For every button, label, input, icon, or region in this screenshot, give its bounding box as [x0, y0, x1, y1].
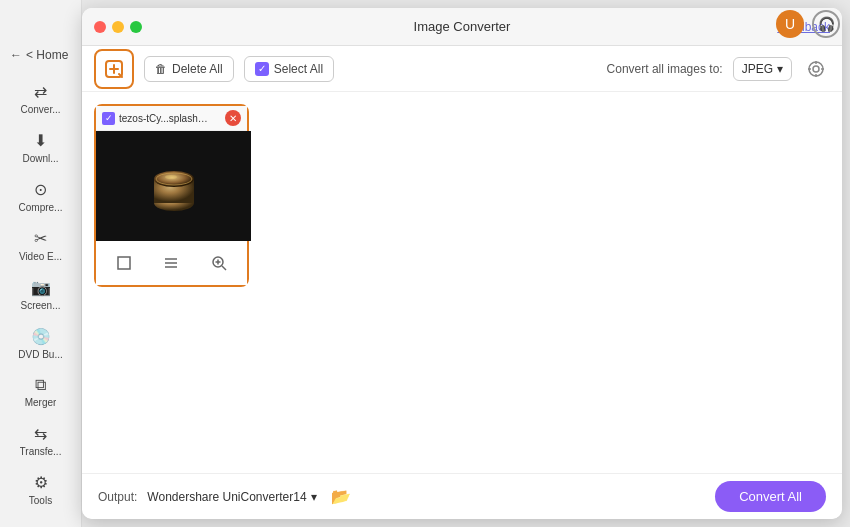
select-all-button[interactable]: ✓ Select All	[244, 56, 334, 82]
format-value: JPEG	[742, 62, 773, 76]
checkbox-checked-icon: ✓	[255, 62, 269, 76]
crop-action-button[interactable]	[110, 249, 138, 277]
sidebar-item-transfer[interactable]: ⇆ Transfe...	[0, 416, 81, 465]
home-arrow-icon: ←	[10, 48, 22, 62]
svg-point-5	[813, 66, 819, 72]
video-icon: ✂	[34, 229, 47, 248]
list-icon	[162, 254, 180, 272]
remove-image-button[interactable]: ✕	[225, 110, 241, 126]
zoom-action-button[interactable]	[205, 249, 233, 277]
list-action-button[interactable]	[157, 249, 185, 277]
sidebar: ← < Home ⇄ Conver... ⬇ Downl... ⊙ Compre…	[0, 0, 82, 527]
chevron-down-icon: ▾	[777, 62, 783, 76]
dvd-icon: 💿	[31, 327, 51, 346]
compress-icon: ⊙	[34, 180, 47, 199]
output-path-select[interactable]: Wondershare UniConverter14 ▾	[147, 490, 316, 504]
window-title: Image Converter	[414, 19, 511, 34]
sidebar-item-screen[interactable]: 📷 Screen...	[0, 270, 81, 319]
headset-icon[interactable]: 🎧	[812, 10, 840, 38]
sidebar-item-screen-label: Screen...	[20, 300, 60, 311]
sidebar-item-video-label: Video E...	[19, 251, 62, 262]
file-checkbox[interactable]: ✓	[102, 112, 115, 125]
merger-icon: ⧉	[35, 376, 46, 394]
settings-icon-button[interactable]	[802, 55, 830, 83]
main-window: Image Converter Feedback 🗑 Delete All ✓ …	[82, 8, 842, 519]
image-preview	[96, 131, 251, 241]
sidebar-item-convert[interactable]: ⇄ Conver...	[0, 74, 81, 123]
sidebar-item-transfer-label: Transfe...	[20, 446, 62, 457]
minimize-button[interactable]	[112, 21, 124, 33]
titlebar: Image Converter Feedback	[82, 8, 842, 46]
sidebar-item-download-label: Downl...	[22, 153, 58, 164]
sidebar-item-merger-label: Merger	[25, 397, 57, 408]
select-all-label: Select All	[274, 62, 323, 76]
svg-point-14	[165, 175, 177, 179]
image-card-header: ✓ tezos-tCy...splash.jpg ✕	[96, 106, 247, 131]
delete-all-button[interactable]: 🗑 Delete All	[144, 56, 234, 82]
filename-text: tezos-tCy...splash.jpg	[119, 113, 209, 124]
sidebar-item-download[interactable]: ⬇ Downl...	[0, 123, 81, 172]
download-icon: ⬇	[34, 131, 47, 150]
settings-icon	[806, 59, 826, 79]
image-card: ✓ tezos-tCy...splash.jpg ✕	[94, 104, 249, 287]
svg-rect-15	[118, 257, 130, 269]
close-button[interactable]	[94, 21, 106, 33]
sidebar-item-dvd[interactable]: 💿 DVD Bu...	[0, 319, 81, 368]
add-image-button[interactable]	[94, 49, 134, 89]
crop-icon	[115, 254, 133, 272]
sidebar-item-compress[interactable]: ⊙ Compre...	[0, 172, 81, 221]
tools-icon: ⚙	[34, 473, 48, 492]
sidebar-item-tools-label: Tools	[29, 495, 52, 506]
bottom-bar: Output: Wondershare UniConverter14 ▾ 📂 C…	[82, 473, 842, 519]
screen-icon: 📷	[31, 278, 51, 297]
traffic-lights	[94, 21, 142, 33]
svg-point-4	[809, 62, 823, 76]
image-filename: ✓ tezos-tCy...splash.jpg	[102, 112, 209, 125]
svg-line-20	[222, 266, 226, 270]
content-area: ✓ tezos-tCy...splash.jpg ✕	[82, 92, 842, 473]
transfer-icon: ⇆	[34, 424, 47, 443]
image-actions	[96, 241, 247, 285]
convert-icon: ⇄	[34, 82, 47, 101]
format-select[interactable]: JPEG ▾	[733, 57, 792, 81]
sidebar-home-label: < Home	[26, 48, 68, 62]
trash-icon: 🗑	[155, 62, 167, 76]
zoom-icon	[210, 254, 228, 272]
sidebar-item-video[interactable]: ✂ Video E...	[0, 221, 81, 270]
sidebar-item-tools[interactable]: ⚙ Tools	[0, 465, 81, 514]
user-avatar-icon[interactable]: U	[776, 10, 804, 38]
coin-image	[139, 151, 209, 221]
add-icon	[103, 58, 125, 80]
sidebar-home[interactable]: ← < Home	[0, 40, 81, 74]
sidebar-item-convert-label: Conver...	[20, 104, 60, 115]
sidebar-item-dvd-label: DVD Bu...	[18, 349, 62, 360]
sidebar-item-compress-label: Compre...	[19, 202, 63, 213]
output-label: Output:	[98, 490, 137, 504]
folder-browse-button[interactable]: 📂	[331, 487, 351, 506]
toolbar: 🗑 Delete All ✓ Select All Convert all im…	[82, 46, 842, 92]
chevron-down-icon: ▾	[311, 490, 317, 504]
convert-to-label: Convert all images to:	[607, 62, 723, 76]
maximize-button[interactable]	[130, 21, 142, 33]
delete-all-label: Delete All	[172, 62, 223, 76]
output-path-value: Wondershare UniConverter14	[147, 490, 306, 504]
sidebar-item-merger[interactable]: ⧉ Merger	[0, 368, 81, 416]
convert-all-button[interactable]: Convert All	[715, 481, 826, 512]
body-icons: U 🎧	[776, 10, 840, 38]
